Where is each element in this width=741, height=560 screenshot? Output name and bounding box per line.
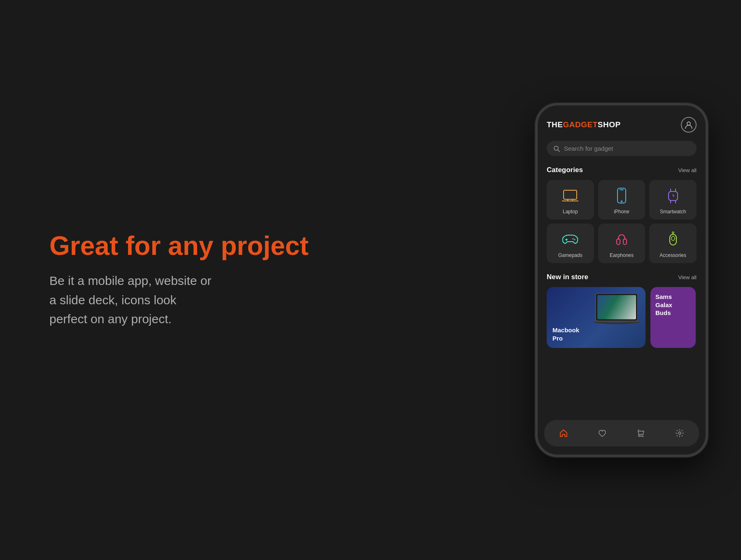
svg-point-25 [672,232,674,233]
iphone-label: iPhone [614,209,629,215]
phone-inner: THEGADGETSHOP [538,105,706,414]
svg-point-32 [678,432,681,434]
subtext: Be it a mobile app, website ora slide de… [49,271,510,329]
svg-rect-28 [597,295,636,319]
logo-the: THE [547,120,563,129]
nav-favorites[interactable] [594,425,611,441]
svg-rect-21 [617,239,620,245]
category-card-earphones[interactable]: Earphones [598,224,645,263]
earphones-icon [613,230,631,248]
page-container: Great for any project Be it a mobile app… [0,0,741,560]
accessories-label: Accessories [659,252,686,258]
category-card-iphone[interactable]: iPhone [598,180,645,219]
macbook-title: MacbookPro [552,326,579,342]
category-card-laptop[interactable]: Laptop [547,180,594,219]
svg-point-0 [687,122,690,125]
product-card-macbook[interactable]: MacbookPro [547,287,645,348]
logo-shop: SHOP [598,120,621,129]
earphones-label: Earphones [610,252,634,258]
nav-cart[interactable] [633,425,649,441]
new-in-store-view-all[interactable]: View all [678,274,697,280]
app-logo: THEGADGETSHOP [547,120,621,129]
gamepads-icon [561,230,579,248]
svg-rect-29 [594,321,640,322]
macbook-illustration [592,291,641,328]
svg-point-30 [639,436,640,437]
nav-settings[interactable] [671,425,688,441]
new-in-store-header: New in store View all [547,273,697,281]
categories-header: Categories View all [547,166,697,174]
search-placeholder: Search for gadget [564,145,613,152]
new-store-row: MacbookPro [547,287,697,348]
accessories-icon [664,230,682,248]
search-icon [553,145,560,152]
samsung-title: SamsGalaxBuds [655,293,672,317]
nav-home[interactable] [555,425,572,441]
category-grid: Laptop iPhone [547,180,697,263]
category-card-accessories[interactable]: Accessories [649,224,697,263]
user-icon-button[interactable] [681,117,697,133]
svg-rect-23 [670,234,676,245]
iphone-icon [613,187,631,205]
svg-point-20 [574,239,576,240]
category-card-gamepads[interactable]: Gamepads [547,224,594,263]
svg-line-2 [558,150,559,152]
product-card-samsung[interactable]: SamsGalaxBuds [650,287,696,348]
left-content: Great for any project Be it a mobile app… [0,231,535,329]
app-header: THEGADGETSHOP [547,117,697,133]
smartwatch-icon [664,187,682,205]
category-card-smartwatch[interactable]: Smartwatch [649,180,697,219]
bottom-nav [544,420,699,446]
logo-gadget: GADGET [563,120,598,129]
categories-title: Categories [547,166,583,174]
laptop-icon [561,187,579,205]
categories-view-all[interactable]: View all [678,167,697,173]
svg-point-24 [671,236,675,240]
svg-point-19 [573,238,574,240]
svg-rect-3 [564,190,577,199]
svg-point-31 [642,436,643,437]
svg-point-9 [621,201,622,202]
phone-mockup: THEGADGETSHOP [535,103,708,457]
search-bar[interactable]: Search for gadget [547,141,697,156]
laptop-label: Laptop [563,209,578,215]
svg-rect-22 [623,239,627,245]
smartwatch-label: Smartwatch [660,209,686,215]
phone-screen: THEGADGETSHOP [538,105,706,455]
gamepads-label: Gamepads [558,252,583,258]
new-in-store-title: New in store [547,273,588,281]
headline: Great for any project [49,231,510,261]
